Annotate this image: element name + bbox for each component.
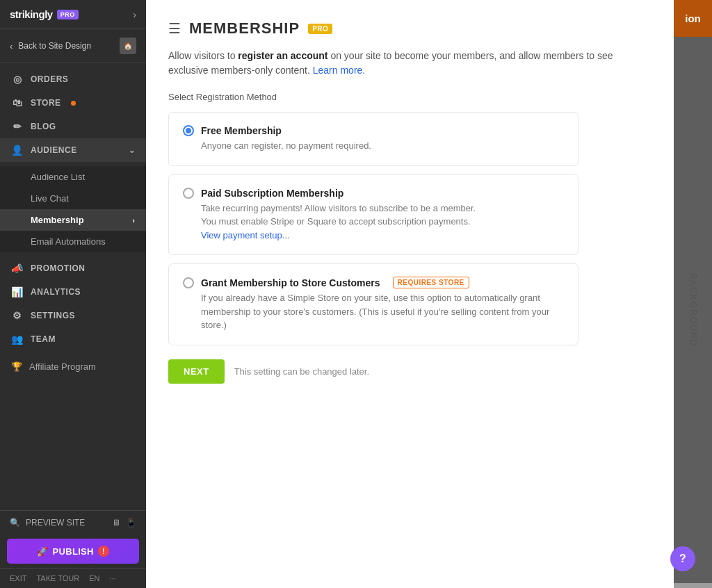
- free-membership-desc: Anyone can register, no payment required…: [201, 139, 564, 153]
- settings-icon: ⚙: [11, 310, 24, 321]
- paid-membership-desc-line2: You must enable Stripe or Square to acce…: [201, 215, 564, 229]
- audience-expand-icon: ⌄: [129, 146, 136, 155]
- email-automations-label: Email Automations: [31, 236, 106, 247]
- more-options-icon[interactable]: ···: [109, 574, 115, 582]
- sidebar-item-settings[interactable]: ⚙ SETTINGS: [0, 304, 146, 327]
- main-content: ☰ MEMBERSHIP PRO Allow visitors to regis…: [146, 0, 674, 588]
- sidebar-item-promotion[interactable]: 📣 PROMOTION: [0, 256, 146, 280]
- next-row: NEXT This setting can be changed later.: [168, 359, 652, 384]
- sidebar-item-live-chat[interactable]: Live Chat: [0, 188, 146, 209]
- back-label: Back to Site Design: [18, 41, 91, 51]
- sidebar-bottom: 🔍 PREVIEW SITE 🖥 📱 🚀 PUBLISH ! EXIT TAKE…: [0, 510, 146, 588]
- logo-area: strikingly PRO: [10, 8, 79, 20]
- membership-pro-badge: PRO: [308, 24, 332, 34]
- right-panel-text: BACKGROUND: [688, 273, 698, 347]
- paid-membership-desc: Take recurring payments! Allow visitors …: [201, 202, 564, 243]
- publish-alert-badge: !: [98, 546, 109, 557]
- view-payment-setup-link[interactable]: View payment setup...: [201, 230, 290, 240]
- store-label: STORE: [31, 98, 61, 108]
- store-membership-header: Grant Membership to Store Customers REQU…: [183, 277, 564, 288]
- setting-note: This setting can be changed later.: [234, 366, 369, 377]
- analytics-icon: 📊: [11, 286, 24, 297]
- pro-badge: PRO: [57, 10, 79, 19]
- sidebar-item-orders[interactable]: ◎ ORDERS: [0, 67, 146, 91]
- settings-label: SETTINGS: [31, 311, 75, 320]
- help-button[interactable]: ?: [670, 546, 695, 571]
- orders-label: ORDERS: [31, 74, 68, 84]
- membership-page-title: MEMBERSHIP: [189, 19, 300, 38]
- sidebar-item-audience-list[interactable]: Audience List: [0, 166, 146, 188]
- promotion-icon: 📣: [11, 263, 24, 274]
- bottom-bar: EXIT TAKE TOUR EN ···: [0, 568, 146, 588]
- sidebar-collapse-button[interactable]: ›: [133, 9, 136, 20]
- sidebar: strikingly PRO › ‹ Back to Site Design 🏠…: [0, 0, 146, 588]
- sidebar-item-store[interactable]: 🛍 STORE: [0, 91, 146, 115]
- site-thumbnail-icon: 🏠: [120, 38, 136, 54]
- store-membership-card[interactable]: Grant Membership to Store Customers REQU…: [168, 263, 578, 345]
- membership-page-header: ☰ MEMBERSHIP PRO: [168, 19, 652, 38]
- store-membership-desc: If you already have a Simple Store on yo…: [201, 291, 564, 332]
- nav-section-more: 📣 PROMOTION 📊 ANALYTICS ⚙ SETTINGS 👥 TEA…: [0, 252, 146, 355]
- sidebar-item-membership[interactable]: Membership ›: [0, 209, 146, 231]
- paid-membership-desc-line1: Take recurring payments! Allow visitors …: [201, 202, 564, 215]
- back-to-site-design[interactable]: ‹ Back to Site Design 🏠: [0, 29, 146, 63]
- orders-icon: ◎: [11, 74, 24, 85]
- team-icon: 👥: [11, 334, 24, 345]
- preview-site-row[interactable]: 🔍 PREVIEW SITE 🖥 📱: [0, 511, 146, 534]
- sidebar-header: strikingly PRO ›: [0, 0, 146, 29]
- audience-icon: 👤: [11, 145, 24, 156]
- team-label: TEAM: [31, 334, 56, 344]
- live-chat-label: Live Chat: [31, 193, 69, 204]
- affiliate-label: Affiliate Program: [29, 361, 96, 372]
- analytics-label: ANALYTICS: [31, 287, 81, 297]
- store-membership-title: Grant Membership to Store Customers: [201, 277, 380, 288]
- help-icon: ?: [679, 553, 686, 565]
- affiliate-icon: 🏆: [11, 361, 22, 372]
- take-tour-link[interactable]: TAKE TOUR: [36, 574, 79, 582]
- audience-label: AUDIENCE: [31, 145, 77, 155]
- promotion-label: PROMOTION: [31, 263, 86, 273]
- nav-section-main: ◎ ORDERS 🛍 STORE ✏ BLOG 👤 AUDIENCE ⌄: [0, 63, 146, 166]
- membership-header-icon: ☰: [168, 20, 181, 37]
- free-membership-card[interactable]: Free Membership Anyone can register, no …: [168, 112, 578, 166]
- membership-expand-arrow: ›: [132, 216, 135, 224]
- sidebar-item-affiliate[interactable]: 🏆 Affiliate Program: [0, 355, 146, 378]
- store-dot-indicator: [71, 101, 76, 106]
- store-membership-radio[interactable]: [183, 277, 194, 288]
- description-bold: register an account: [238, 50, 327, 61]
- app-name: strikingly: [10, 8, 53, 20]
- next-button[interactable]: NEXT: [168, 359, 225, 384]
- registration-method-label: Select Registration Method: [168, 92, 652, 102]
- membership-description: Allow visitors to register an account on…: [168, 49, 652, 78]
- learn-more-link[interactable]: Learn more.: [313, 65, 365, 76]
- preview-site-label: PREVIEW SITE: [26, 518, 85, 528]
- sidebar-item-email-automations[interactable]: Email Automations: [0, 231, 146, 252]
- sidebar-item-team[interactable]: 👥 TEAM: [0, 327, 146, 351]
- free-membership-radio[interactable]: [183, 125, 194, 136]
- publish-rocket-icon: 🚀: [37, 546, 48, 557]
- audience-sub-nav: Audience List Live Chat Membership › Ema…: [0, 166, 146, 252]
- sidebar-item-blog[interactable]: ✏ BLOG: [0, 115, 146, 138]
- paid-membership-radio[interactable]: [183, 188, 194, 199]
- top-right-button[interactable]: ion: [674, 0, 712, 37]
- language-selector[interactable]: EN: [89, 574, 99, 582]
- back-arrow-icon: ‹: [10, 41, 13, 51]
- audience-list-label: Audience List: [31, 172, 85, 182]
- exit-link[interactable]: EXIT: [10, 574, 26, 582]
- preview-icon-mobile: 📱: [126, 518, 136, 528]
- right-panel: ion BACKGROUND: [674, 0, 712, 588]
- sidebar-item-audience[interactable]: 👤 AUDIENCE ⌄: [0, 138, 146, 162]
- blog-icon: ✏: [11, 121, 24, 132]
- blog-label: BLOG: [31, 122, 56, 131]
- publish-label: PUBLISH: [53, 546, 94, 557]
- membership-label: Membership: [31, 215, 84, 225]
- paid-membership-card[interactable]: Paid Subscription Membership Take recurr…: [168, 174, 578, 256]
- preview-icon-monitor: 🖥: [112, 518, 120, 528]
- top-right-label: ion: [685, 13, 701, 24]
- requires-store-badge: REQUIRES STORE: [393, 277, 469, 288]
- paid-membership-title: Paid Subscription Membership: [201, 188, 343, 199]
- free-membership-title: Free Membership: [201, 125, 282, 136]
- publish-button[interactable]: 🚀 PUBLISH !: [7, 539, 139, 564]
- sidebar-item-analytics[interactable]: 📊 ANALYTICS: [0, 280, 146, 304]
- right-panel-overlay: BACKGROUND: [674, 37, 712, 583]
